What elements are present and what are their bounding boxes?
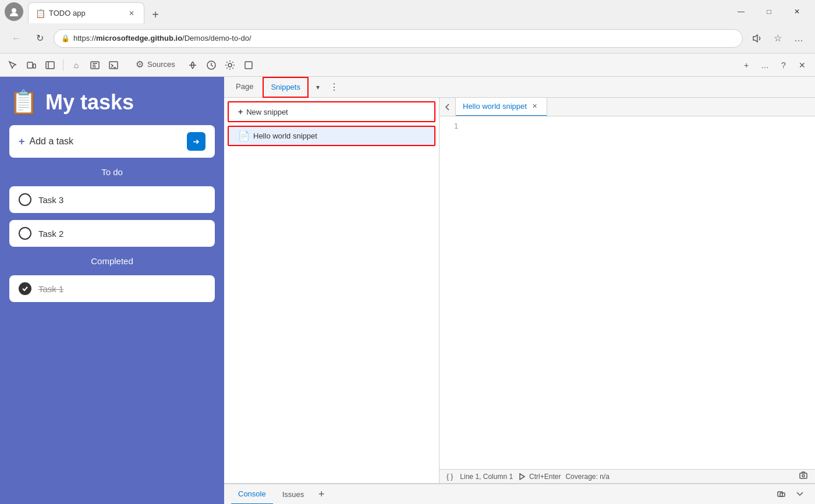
add-bottom-tab-button[interactable]: + <box>313 486 329 502</box>
snippet-item-hello-world[interactable]: 📄 Hello world snippet <box>228 126 435 146</box>
console-bottom-tab[interactable]: Console <box>231 484 273 504</box>
editor-tab-close-button[interactable]: ✕ <box>530 102 540 111</box>
elements-button[interactable] <box>87 57 103 73</box>
svg-point-0 <box>12 8 16 13</box>
task-text-task1: Task 1 <box>38 284 63 294</box>
active-tab[interactable]: 📋 TODO app ✕ <box>28 2 144 23</box>
add-task-arrow-icon: ➜ <box>187 132 205 151</box>
svg-point-14 <box>802 475 805 477</box>
screenshot-button[interactable] <box>799 471 808 482</box>
url-text: https://microsoftedge.github.io/Demos/de… <box>73 34 735 42</box>
run-snippet-control: Ctrl+Enter <box>518 472 561 481</box>
issues-bottom-tab[interactable]: Issues <box>275 484 311 504</box>
editor-tab-hello-world[interactable]: Hello world snippet ✕ <box>456 98 547 116</box>
add-task-button[interactable]: + Add a task ➜ <box>9 125 215 158</box>
status-bar: { } Line 1, Column 1 Ctrl+Enter Coverage… <box>440 469 815 483</box>
lock-icon: 🔒 <box>61 34 70 42</box>
svg-rect-11 <box>245 62 252 69</box>
bottom-right-btn-1[interactable] <box>773 486 789 502</box>
more-tools-button[interactable]: … <box>757 57 773 73</box>
window-controls: — □ ✕ <box>728 2 810 21</box>
svg-rect-2 <box>33 64 36 68</box>
devtools-toolbar: ⌂ ⚙ Sources + … ? ✕ <box>0 54 815 77</box>
line-numbers: 1 <box>440 116 463 469</box>
toolbar-separator-1 <box>63 59 63 71</box>
window-controls-left <box>5 2 23 21</box>
main-content: 📋 My tasks + Add a task ➜ To do Task 3 T… <box>0 77 815 504</box>
devtools-tab-sources[interactable]: ⚙ Sources <box>129 54 182 77</box>
devtools-panel: Page Snippets ▾ ⋮ + New snippet <box>224 77 815 504</box>
settings-icon[interactable] <box>222 57 238 73</box>
run-shortcut-label: Ctrl+Enter <box>529 473 561 481</box>
new-snippet-label: New snippet <box>246 108 288 116</box>
task-item-task2[interactable]: Task 2 <box>9 220 215 247</box>
bottom-right-controls <box>773 486 808 502</box>
add-task-label: Add a task <box>30 136 182 147</box>
file-tree: + New snippet 📄 Hello world snippet <box>224 98 440 483</box>
devtools-main-tabs: ⚙ Sources <box>129 54 182 77</box>
task-checkbox-task3[interactable] <box>19 193 31 206</box>
devtools-toolbar-right: + … ? ✕ <box>738 57 810 73</box>
network-icon[interactable] <box>185 57 201 73</box>
cursor-position: Line 1, Column 1 <box>460 473 513 481</box>
todo-app: 📋 My tasks + Add a task ➜ To do Task 3 T… <box>0 77 224 504</box>
close-button[interactable]: ✕ <box>784 2 810 21</box>
favorites-button[interactable]: ☆ <box>768 29 787 48</box>
task-item-task3[interactable]: Task 3 <box>9 186 215 213</box>
todo-section-label: To do <box>9 167 215 177</box>
editor-tab-back-button[interactable] <box>440 98 456 116</box>
svg-rect-1 <box>27 62 33 68</box>
title-bar: 📋 TODO app ✕ + — □ ✕ <box>0 0 815 23</box>
maximize-button[interactable]: □ <box>756 2 782 21</box>
code-content[interactable] <box>463 116 815 469</box>
editor-tabs: Hello world snippet ✕ <box>440 98 815 116</box>
devtools-close-button[interactable]: ✕ <box>794 57 810 73</box>
todo-header: 📋 My tasks <box>9 88 215 116</box>
back-button[interactable]: ← <box>7 29 26 48</box>
sources-page-tab[interactable]: Page <box>229 77 260 98</box>
task-text-task2: Task 2 <box>38 229 63 239</box>
add-panel-button[interactable]: + <box>738 57 754 73</box>
svg-rect-3 <box>46 62 54 69</box>
sources-snippets-tab[interactable]: Snippets <box>263 77 309 98</box>
task-checkbox-task1[interactable] <box>19 282 31 295</box>
minimize-button[interactable]: — <box>728 2 754 21</box>
address-right-controls: ☆ … <box>747 29 808 48</box>
sources-more-button[interactable]: ⋮ <box>327 80 341 94</box>
more-button[interactable]: … <box>789 29 808 48</box>
completed-section-label: Completed <box>9 256 215 266</box>
todo-app-title: My tasks <box>45 90 134 115</box>
read-aloud-button[interactable] <box>747 29 766 48</box>
tab-close-button[interactable]: ✕ <box>126 8 137 19</box>
snippet-file-icon: 📄 <box>238 130 250 141</box>
new-snippet-plus-icon: + <box>238 107 243 116</box>
new-snippet-button[interactable]: + New snippet <box>228 101 435 122</box>
url-bar[interactable]: 🔒 https://microsoftedge.github.io/Demos/… <box>54 29 743 48</box>
code-editor[interactable]: 1 <box>440 116 815 469</box>
sidebar-toggle-button[interactable] <box>42 57 58 73</box>
format-button[interactable]: { } <box>447 473 453 481</box>
sources-panel: Page Snippets ▾ ⋮ + New snippet <box>224 77 815 483</box>
run-icon[interactable] <box>518 472 527 481</box>
sources-dropdown-button[interactable]: ▾ <box>311 80 325 94</box>
user-avatar <box>5 2 23 21</box>
console-button[interactable] <box>105 57 122 73</box>
refresh-button[interactable]: ↻ <box>30 29 49 48</box>
editor-tab-label: Hello world snippet <box>463 102 527 111</box>
application-icon[interactable] <box>240 57 257 73</box>
browser-tabs: 📋 TODO app ✕ + <box>28 0 728 23</box>
sources-tab-label: Sources <box>147 60 175 69</box>
performance-icon[interactable] <box>203 57 219 73</box>
device-emulation-button[interactable] <box>23 57 40 73</box>
help-button[interactable]: ? <box>775 57 792 73</box>
bottom-bar: Console Issues + <box>224 483 815 504</box>
editor-area: Hello world snippet ✕ 1 { } <box>440 98 815 483</box>
task-item-task1[interactable]: Task 1 <box>9 275 215 302</box>
home-button[interactable]: ⌂ <box>68 57 84 73</box>
new-tab-button[interactable]: + <box>147 6 164 23</box>
bottom-right-btn-2[interactable] <box>792 486 808 502</box>
inspect-element-button[interactable] <box>5 57 21 73</box>
sources-subtoolbar: Page Snippets ▾ ⋮ <box>224 77 815 98</box>
task-checkbox-task2[interactable] <box>19 227 31 240</box>
address-bar: ← ↻ 🔒 https://microsoftedge.github.io/De… <box>0 23 815 54</box>
